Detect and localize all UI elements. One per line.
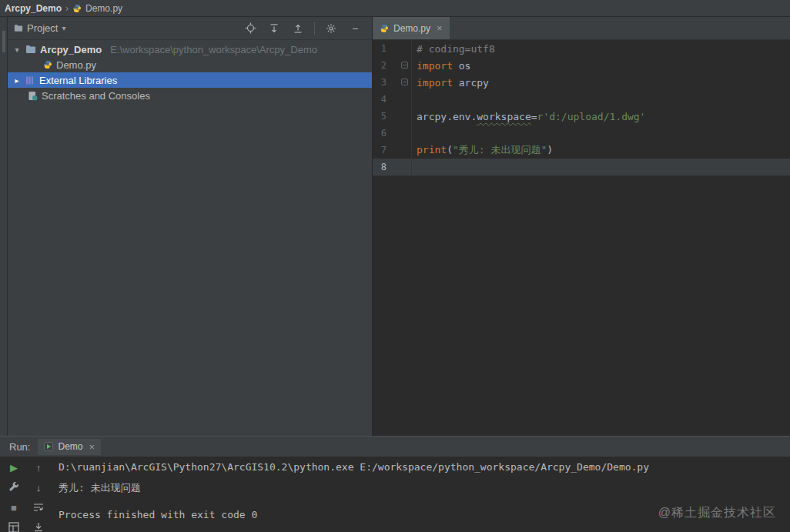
watermark: @稀土掘金技术社区 [658, 505, 776, 521]
arrow-up-icon[interactable]: ↑ [31, 460, 46, 475]
project-panel-title[interactable]: Project [27, 22, 58, 34]
arrow-down-icon[interactable]: ↓ [31, 480, 46, 495]
scroll-to-end-icon[interactable] [31, 520, 46, 532]
code-line[interactable]: 4 [373, 91, 790, 108]
code-token: r'd:/upload/1.dwg' [537, 111, 646, 122]
hide-tool-window-icon[interactable]: − [347, 21, 363, 36]
code-line-text: import arcpy [412, 77, 489, 89]
run-configuration-icon [44, 442, 53, 451]
locate-file-icon[interactable] [243, 21, 258, 36]
run-tool-window: Run: Demo × ▶ ↑ ↓ ■ [0, 436, 790, 532]
code-line[interactable]: 3import arcpy [373, 74, 790, 91]
code-token: ( [447, 144, 453, 156]
project-tool-window: Project ▾ − [8, 17, 373, 436]
code-line-text: print("秀儿: 未出现问题") [412, 143, 553, 157]
editor-tab-bar: Demo.py × [373, 17, 790, 40]
line-number[interactable]: 2 [373, 60, 387, 71]
tool-window-stripe-button[interactable] [2, 31, 5, 52]
project-view-icon [14, 24, 23, 32]
editor-gutter[interactable]: 1 [373, 40, 412, 57]
wrench-icon[interactable] [6, 480, 22, 495]
tree-item-arcpy-demo[interactable]: ▾ Arcpy_Demo E:\workspace\python_workspa… [8, 42, 372, 57]
code-token: workspace [477, 111, 531, 122]
code-token: os [453, 60, 470, 72]
close-icon[interactable]: × [437, 22, 443, 34]
chevron-down-icon[interactable]: ▾ [12, 45, 22, 54]
fold-marker-icon[interactable] [401, 79, 408, 85]
code-token: "秀儿: 未出现问题" [453, 144, 547, 156]
tree-item-label: External Libraries [39, 75, 117, 86]
toolbar-divider [314, 22, 315, 35]
code-token: import [417, 60, 453, 72]
fold-marker-icon[interactable] [401, 62, 408, 69]
folder-icon [25, 45, 36, 54]
chevron-right-icon[interactable]: ▸ [12, 76, 22, 85]
code-line[interactable]: 8 [373, 159, 790, 176]
editor-gutter[interactable]: 3 [373, 74, 412, 91]
code-line[interactable]: 7print("秀儿: 未出现问题") [373, 142, 790, 159]
code-line[interactable]: 5arcpy.env.workspace=r'd:/upload/1.dwg' [373, 108, 790, 125]
run-panel-title: Run: [9, 441, 30, 453]
project-panel-header: Project ▾ − [8, 17, 372, 40]
code-token: arcpy [453, 77, 489, 89]
close-icon[interactable]: × [89, 441, 95, 453]
code-line-text: # coding=utf8 [412, 43, 495, 55]
code-token: arcpy.env. [417, 111, 477, 122]
editor-gutter[interactable]: 7 [373, 142, 412, 159]
soft-wrap-icon[interactable] [31, 500, 46, 515]
python-file-icon [43, 60, 52, 69]
tree-item-label: Demo.py [56, 59, 96, 71]
line-number[interactable]: 5 [373, 111, 387, 122]
left-tool-window-stripe[interactable] [0, 17, 8, 436]
editor-tab-label: Demo.py [393, 23, 430, 34]
line-number[interactable]: 1 [373, 43, 387, 54]
code-line[interactable]: 1# coding=utf8 [373, 40, 790, 57]
editor-gutter[interactable]: 4 [373, 91, 412, 108]
editor-tab-demo-py[interactable]: Demo.py × [373, 17, 450, 39]
scratches-icon [28, 91, 38, 101]
editor-gutter[interactable]: 5 [373, 108, 412, 125]
code-editor[interactable]: 1# coding=utf82import os3import arcpy45a… [373, 40, 790, 436]
breadcrumb-file[interactable]: Demo.py [85, 3, 122, 14]
tree-item-label: Scratches and Consoles [42, 90, 150, 102]
project-tree: ▾ Arcpy_Demo E:\workspace\python_workspa… [8, 40, 372, 103]
run-tab-demo[interactable]: Demo × [38, 439, 101, 455]
code-token: import [417, 77, 453, 89]
code-token: = [531, 111, 537, 122]
pycharm-window: Arcpy_Demo › Demo.py Project ▾ [0, 0, 790, 532]
stop-icon[interactable]: ■ [6, 500, 22, 515]
line-number[interactable]: 4 [373, 94, 387, 105]
tree-item-scratches-and-consoles[interactable]: Scratches and Consoles [8, 88, 372, 103]
console-line: D:\ruanjian\ArcGIS\Python27\ArcGIS10.2\p… [59, 457, 790, 477]
run-toolbar: ▶ ↑ ↓ ■ [0, 457, 51, 532]
run-tab-label: Demo [58, 441, 82, 452]
chevron-down-icon[interactable]: ▾ [62, 24, 65, 32]
line-number[interactable]: 6 [373, 128, 387, 139]
editor-area: Demo.py × 1# coding=utf82import os3impor… [373, 17, 790, 436]
code-token: # coding=utf8 [417, 43, 495, 55]
breadcrumb-project[interactable]: Arcpy_Demo [5, 3, 62, 14]
python-file-icon [380, 24, 389, 33]
expand-all-icon[interactable] [266, 21, 282, 36]
editor-gutter[interactable]: 2 [373, 57, 412, 74]
code-line[interactable]: 6 [373, 125, 790, 142]
code-line[interactable]: 2import os [373, 57, 790, 74]
restore-layout-icon[interactable] [6, 520, 22, 532]
settings-gear-icon[interactable] [323, 21, 339, 36]
rerun-icon[interactable]: ▶ [6, 460, 22, 475]
breadcrumb: Arcpy_Demo › Demo.py [0, 0, 790, 17]
line-number[interactable]: 7 [373, 145, 387, 156]
console-line: 秀儿: 未出现问题 [59, 477, 790, 498]
tree-item-external-libraries[interactable]: ▸ External Libraries [8, 72, 372, 88]
line-number[interactable]: 3 [373, 77, 387, 88]
code-token: ) [547, 144, 553, 156]
code-token: print [417, 144, 447, 156]
editor-gutter[interactable]: 8 [373, 159, 412, 176]
breadcrumb-separator-icon: › [65, 3, 69, 14]
tree-item-label: Arcpy_Demo [40, 44, 102, 55]
editor-gutter[interactable]: 6 [373, 125, 412, 142]
run-tab-bar: Run: Demo × [0, 437, 790, 457]
collapse-all-icon[interactable] [290, 21, 306, 36]
tree-item-demo-py[interactable]: Demo.py [8, 57, 372, 72]
line-number[interactable]: 8 [373, 162, 387, 172]
